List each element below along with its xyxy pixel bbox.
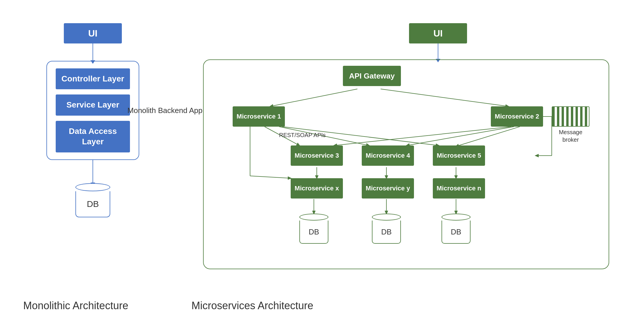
- monolithic-title: Monolithic Architecture: [23, 300, 128, 312]
- mono-db-top: [75, 183, 110, 191]
- micro-dbn-top: [442, 214, 471, 221]
- mono-controller-box: Controller Layer: [56, 68, 130, 89]
- mono-data-access-label: Data Access Layer: [60, 126, 126, 147]
- mono-backend-container: Monolith Backend App Controller Layer Se…: [46, 61, 139, 160]
- micro-ui-box: UI: [409, 23, 467, 43]
- micro-arrow-ui: [438, 43, 438, 59]
- mono-arrow-1: [93, 43, 93, 61]
- micro-outer-container: API Gateway Microservice 1 Microservice …: [203, 59, 609, 269]
- micro-dby-top: [372, 214, 401, 221]
- micro-ui-wrapper: UI: [409, 17, 467, 59]
- mono-controller-label: Controller Layer: [61, 74, 124, 84]
- micro-dbx-top: [299, 214, 328, 221]
- mono-db: DB: [75, 183, 110, 217]
- micro-ui-label: UI: [433, 28, 443, 39]
- microservices-diagram: UI: [162, 17, 621, 312]
- mono-data-access-box: Data Access Layer: [56, 121, 130, 152]
- microservices-title: Microservices Architecture: [191, 300, 313, 312]
- micro-spacer: [215, 69, 592, 257]
- mono-db-body: DB: [75, 191, 110, 217]
- mono-db-label: DB: [87, 199, 99, 209]
- mono-ui-label: UI: [88, 28, 97, 39]
- mono-service-box: Service Layer: [56, 94, 130, 115]
- monolithic-diagram: UI Monolith Backend App Controller Layer…: [23, 17, 162, 312]
- mono-service-label: Service Layer: [66, 100, 119, 110]
- mono-ui-box: UI: [64, 23, 122, 43]
- mono-arrow-2: [93, 160, 93, 183]
